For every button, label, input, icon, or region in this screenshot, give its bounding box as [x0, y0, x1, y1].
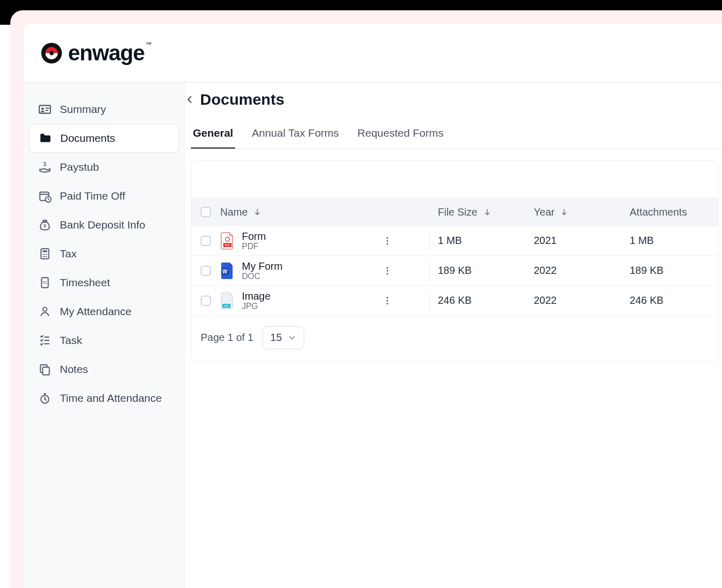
file-attachment: 189 KB	[621, 265, 718, 276]
brand-mark-icon	[40, 42, 63, 64]
documents-table: Name File Size Year Attachments	[191, 160, 719, 362]
page-size-value: 15	[270, 332, 282, 344]
file-year: 2022	[526, 295, 621, 306]
copy-icon	[38, 363, 52, 376]
svg-point-0	[41, 43, 62, 63]
page-size-select[interactable]: 15	[262, 326, 304, 349]
table-header: Name File Size Year Attachments	[191, 198, 718, 226]
id-card-icon	[38, 103, 52, 116]
svg-point-31	[387, 267, 388, 268]
jpg-file-icon: JPG	[220, 291, 235, 310]
kebab-icon	[382, 296, 392, 306]
svg-rect-10	[43, 251, 47, 252]
svg-point-16	[46, 256, 47, 257]
table-row: PDF Form PDF 1 MB 2021 1 MB	[191, 226, 718, 256]
sidebar-item-time-attendance[interactable]: Time and Attendance	[29, 384, 179, 413]
brand-logo: enwage™	[40, 41, 152, 66]
svg-point-14	[43, 256, 44, 257]
file-year: 2022	[526, 265, 621, 276]
column-header-size[interactable]: File Size	[430, 206, 526, 218]
sidebar-item-label: Bank Deposit Info	[60, 219, 145, 231]
tabs: General Annual Tax Forms Requested Forms	[185, 120, 722, 149]
svg-point-32	[387, 270, 388, 271]
arrow-down-icon	[483, 207, 492, 217]
pdf-file-icon: PDF	[220, 232, 235, 250]
arrow-down-icon	[560, 207, 569, 217]
chevron-left-icon	[185, 94, 195, 105]
file-size: 189 KB	[430, 265, 526, 276]
sidebar-item-tax[interactable]: Tax	[29, 239, 179, 268]
kebab-icon	[382, 266, 392, 276]
sidebar-item-label: Timesheet	[60, 276, 110, 289]
calculator-icon	[38, 247, 52, 260]
back-button[interactable]	[185, 92, 197, 107]
header: enwage™	[24, 24, 722, 83]
svg-text:$: $	[43, 223, 46, 228]
tab-requested-forms[interactable]: Requested Forms	[355, 120, 446, 149]
svg-point-15	[44, 256, 45, 257]
row-actions-button[interactable]	[378, 266, 397, 276]
column-label: Name	[220, 206, 248, 218]
sidebar-item-label: Paid Time Off	[60, 190, 125, 202]
svg-point-38	[387, 303, 388, 304]
sidebar-item-label: Notes	[60, 363, 88, 375]
sidebar-item-label: Time and Attendance	[60, 392, 162, 404]
select-all-checkbox[interactable]	[201, 207, 211, 217]
svg-point-27	[387, 240, 388, 241]
page-title: Documents	[200, 91, 284, 108]
tab-general[interactable]: General	[191, 120, 235, 149]
checklist-icon	[38, 334, 52, 347]
stopwatch-icon	[38, 391, 52, 405]
pagination: Page 1 of 1 15	[191, 316, 718, 362]
svg-point-28	[387, 243, 388, 244]
file-name: Image	[242, 290, 271, 302]
row-actions-button[interactable]	[378, 296, 397, 306]
svg-point-37	[387, 300, 388, 301]
sidebar-item-summary[interactable]: Summary	[29, 95, 179, 124]
chevron-down-icon	[287, 333, 297, 342]
sidebar-item-label: My Attendance	[60, 305, 132, 318]
file-attachment: 1 MB	[621, 235, 718, 247]
file-type: DOC	[242, 272, 283, 281]
column-header-year[interactable]: Year	[526, 206, 621, 218]
calendar-clock-icon	[38, 189, 52, 203]
person-icon	[38, 305, 52, 318]
sidebar-item-label: Tax	[60, 248, 77, 260]
table-row: JPG Image JPG 246 KB 2022 246 KB	[191, 286, 718, 316]
doc-file-icon: W	[220, 262, 235, 280]
sidebar-item-label: Task	[60, 334, 82, 347]
sidebar-item-notes[interactable]: Notes	[29, 355, 179, 384]
svg-text:JPG: JPG	[224, 304, 229, 307]
sidebar-item-attendance[interactable]: My Attendance	[29, 297, 179, 326]
svg-text:01: 01	[43, 280, 47, 285]
table-toolbar-spacer	[191, 161, 718, 198]
arrow-down-icon	[253, 207, 262, 217]
svg-point-2	[41, 108, 44, 110]
row-checkbox[interactable]	[201, 266, 211, 276]
svg-point-36	[387, 297, 388, 298]
file-size: 246 KB	[430, 295, 526, 306]
sidebar-item-documents[interactable]: Documents	[29, 124, 179, 153]
sidebar-item-pto[interactable]: Paid Time Off	[29, 182, 179, 210]
app-window: enwage™ Summary Documents $ Paystub Paid…	[24, 24, 722, 588]
svg-point-11	[43, 254, 44, 255]
column-header-name[interactable]: Name	[220, 206, 430, 218]
file-type: PDF	[242, 242, 266, 251]
row-actions-button[interactable]	[378, 236, 397, 246]
svg-text:W: W	[222, 269, 227, 274]
row-checkbox[interactable]	[201, 236, 211, 246]
sidebar-item-label: Summary	[60, 103, 106, 116]
sidebar-item-paystub[interactable]: $ Paystub	[29, 153, 179, 182]
row-checkbox[interactable]	[201, 296, 211, 306]
column-header-attachments[interactable]: Attachments	[621, 206, 718, 218]
table-row: W My Form DOC 189 KB 2022 189 KB	[191, 256, 718, 286]
file-name: Form	[242, 231, 266, 242]
svg-text:PDF: PDF	[225, 243, 230, 247]
tab-annual-tax-forms[interactable]: Annual Tax Forms	[250, 120, 341, 149]
file-year: 2021	[526, 235, 621, 247]
sidebar-item-bank[interactable]: $ Bank Deposit Info	[29, 210, 179, 239]
sidebar-item-task[interactable]: Task	[29, 326, 179, 355]
sidebar-item-timesheet[interactable]: 01 Timesheet	[29, 268, 179, 297]
svg-rect-21	[43, 367, 50, 375]
sidebar-item-label: Documents	[60, 132, 115, 144]
